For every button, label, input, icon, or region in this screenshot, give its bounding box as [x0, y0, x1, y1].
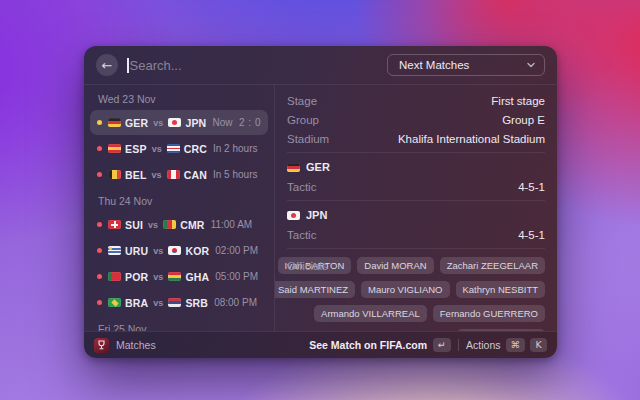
away-team-code: CRC — [184, 143, 207, 155]
desktop-background: ← Next Matches Wed 23 NovGERvsJPNNow2 : … — [0, 0, 640, 400]
jpn-flag-icon — [168, 118, 181, 127]
meta-label: Group — [287, 114, 319, 126]
match-status: Now — [212, 117, 232, 128]
match-row-uru-kor[interactable]: URUvsKOR02:00 PM — [90, 238, 268, 263]
can-flag-icon — [167, 170, 180, 179]
cmr-flag-icon — [163, 220, 176, 229]
official-pill: Kathryn NESBITT — [456, 281, 546, 298]
officials-section: Officials Ivan BARTONDavid MORANZachari … — [287, 257, 545, 331]
meta-label: Stage — [287, 95, 317, 107]
match-status: 11:00 AM — [211, 219, 253, 230]
circle-emblem — [172, 120, 177, 125]
filter-dropdown[interactable]: Next Matches — [387, 54, 545, 76]
detail-divider — [287, 152, 545, 153]
kor-flag-icon — [168, 246, 181, 255]
vs-label: vs — [151, 144, 163, 154]
home-team-code: URU — [125, 245, 148, 257]
cross-emblem — [114, 221, 116, 228]
enter-key-badge: ↵ — [433, 338, 451, 353]
srb-flag-icon — [168, 298, 181, 307]
match-score: 2 : 0 — [239, 117, 261, 128]
match-status: 08:00 PM — [214, 297, 257, 308]
officials-pill-row: Armando VILLARREALFernando GUERRERO — [287, 305, 545, 322]
official-pill: Armando VILLARREAL — [314, 305, 427, 322]
match-meta: StageFirst stageGroupGroup EStadiumKhali… — [287, 91, 545, 153]
vs-label: vs — [152, 246, 164, 256]
home-team-code: BEL — [125, 169, 147, 181]
match-row-sui-cmr[interactable]: SUIvsCMR11:00 AM — [90, 212, 268, 237]
back-arrow-icon: ← — [102, 59, 113, 72]
meta-row: StageFirst stage — [287, 91, 545, 110]
match-row-ger-jpn[interactable]: GERvsJPNNow2 : 0 — [90, 110, 268, 135]
away-team-code: GHA — [185, 271, 209, 283]
vs-label: vs — [147, 220, 159, 230]
jpn-flag-icon — [287, 211, 300, 220]
match-row-bel-can[interactable]: BELvsCANIn 5 hours — [90, 162, 268, 187]
away-team-code: SRB — [185, 297, 208, 309]
por-flag-icon — [108, 272, 121, 281]
tactic-label: Tactic — [287, 181, 316, 193]
primary-action-label: See Match on FIFA.com — [309, 339, 427, 351]
upcoming-dot — [97, 248, 102, 253]
ger-flag-icon — [108, 118, 121, 127]
official-pill: Zachari ZEEGELAAR — [440, 257, 545, 274]
meta-value: First stage — [491, 95, 545, 107]
detail-divider — [287, 248, 545, 249]
team-code: GER — [306, 161, 330, 173]
upcoming-dot — [97, 300, 102, 305]
vs-label: vs — [152, 272, 164, 282]
match-row-esp-crc[interactable]: ESPvsCRCIn 2 hours — [90, 136, 268, 161]
k-key-badge: K — [530, 338, 547, 353]
home-team-code: GER — [125, 117, 148, 129]
sui-flag-icon — [108, 220, 121, 229]
circle-emblem — [291, 213, 296, 218]
text-caret — [127, 58, 129, 73]
bra-flag-icon — [108, 298, 121, 307]
actions-button[interactable]: Actions ⌘ K — [466, 338, 547, 353]
ger-flag-icon — [287, 163, 300, 172]
date-header: Thu 24 Nov — [90, 191, 268, 211]
diamond-emblem — [111, 299, 118, 306]
main-area: Wed 23 NovGERvsJPNNow2 : 0ESPvsCRCIn 2 h… — [84, 85, 557, 331]
home-team-code: POR — [125, 271, 148, 283]
match-detail-panel: StageFirst stageGroupGroup EStadiumKhali… — [275, 85, 557, 331]
officials-pill-row: Raymundo FELIZ — [287, 329, 545, 331]
search-input[interactable] — [130, 58, 379, 73]
app-name: Matches — [116, 339, 156, 351]
crc-flag-icon — [167, 144, 180, 153]
match-status: 05:00 PM — [215, 271, 258, 282]
officials-pill-row: Said MARTINEZMauro VIGLIANOKathryn NESBI… — [287, 281, 545, 298]
tactic-row: Tactic4-5-1 — [287, 177, 545, 196]
tactic-value: 4-5-1 — [518, 181, 545, 193]
meta-label: Stadium — [287, 133, 329, 145]
team-row-ger: GER — [287, 157, 545, 177]
meta-value: Khalifa International Stadium — [398, 133, 545, 145]
esp-flag-icon — [108, 144, 121, 153]
chevron-down-icon — [527, 62, 535, 68]
officials-label: Officials — [287, 260, 328, 272]
bel-flag-icon — [108, 170, 121, 179]
matches-window: ← Next Matches Wed 23 NovGERvsJPNNow2 : … — [84, 46, 557, 358]
live-dot — [97, 120, 102, 125]
meta-value: Group E — [502, 114, 545, 126]
date-header: Wed 23 Nov — [90, 89, 268, 109]
home-team-code: SUI — [125, 219, 143, 231]
official-pill: Raymundo FELIZ — [457, 329, 545, 331]
meta-row: GroupGroup E — [287, 110, 545, 129]
tactic-row: Tactic4-5-1 — [287, 225, 545, 244]
taegeuk-emblem — [172, 248, 177, 253]
back-button[interactable]: ← — [96, 54, 118, 76]
search-header: ← Next Matches — [84, 46, 557, 85]
actions-label: Actions — [466, 339, 500, 351]
away-team-code: CAN — [184, 169, 207, 181]
match-row-por-gha[interactable]: PORvsGHA05:00 PM — [90, 264, 268, 289]
date-header: Fri 25 Nov — [90, 319, 268, 331]
tactic-label: Tactic — [287, 229, 316, 241]
cmd-key-badge: ⌘ — [506, 338, 526, 353]
upcoming-dot — [97, 222, 102, 227]
official-pill: Fernando GUERRERO — [433, 305, 545, 322]
filter-dropdown-value: Next Matches — [399, 59, 469, 71]
match-row-bra-srb[interactable]: BRAvsSRB08:00 PM — [90, 290, 268, 315]
primary-action-button[interactable]: See Match on FIFA.com ↵ — [309, 338, 451, 353]
vs-label: vs — [152, 298, 164, 308]
